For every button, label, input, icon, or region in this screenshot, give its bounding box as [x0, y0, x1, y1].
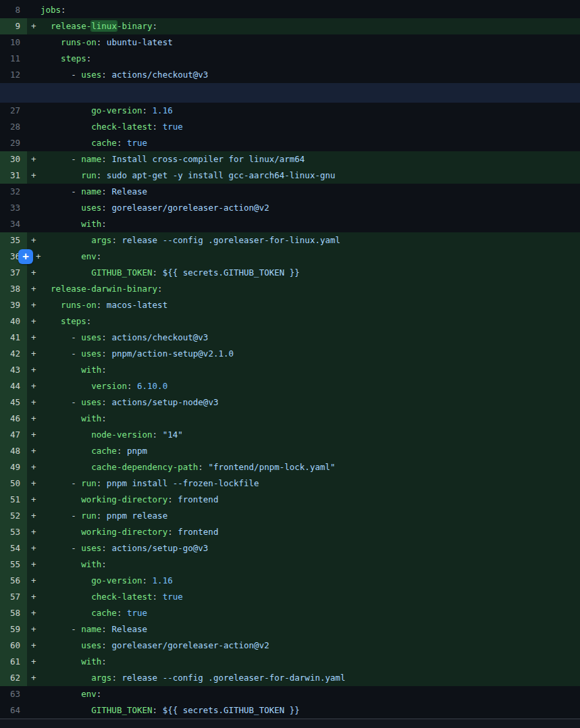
line-number[interactable]: 60	[0, 638, 27, 654]
code-line: jobs:	[41, 2, 580, 18]
diff-line: 50+ - run: pnpm install --frozen-lockfil…	[0, 475, 580, 492]
line-number[interactable]: 51	[0, 492, 27, 508]
diff-marker	[27, 184, 41, 200]
code-token	[41, 235, 91, 245]
line-number[interactable]: 63	[0, 686, 27, 702]
line-number[interactable]: 64	[0, 702, 27, 719]
code-token: :	[142, 105, 153, 115]
line-number[interactable]: 57	[0, 589, 27, 605]
diff-line: 60+ uses: goreleaser/goreleaser-action@v…	[0, 638, 580, 654]
diff-marker: +	[27, 18, 41, 34]
code-token: "frontend/pnpm-lock.yaml"	[208, 462, 335, 472]
line-number[interactable]: 44	[0, 378, 27, 394]
line-number[interactable]: 33	[0, 200, 27, 216]
line-number[interactable]: 54	[0, 540, 27, 556]
line-number[interactable]: 32	[0, 184, 27, 200]
line-number[interactable]: 11	[0, 51, 27, 67]
line-number[interactable]: 39	[0, 297, 27, 313]
diff-marker: +	[27, 508, 41, 524]
code-token	[41, 446, 91, 456]
diff-marker: +	[27, 265, 41, 281]
line-number[interactable]: 41	[0, 330, 27, 346]
code-token	[41, 705, 91, 715]
code-token: :	[153, 430, 163, 440]
code-token	[41, 673, 91, 683]
line-number[interactable]: 40	[0, 313, 27, 330]
code-token: :	[101, 559, 107, 569]
line-number[interactable]: 37	[0, 265, 27, 281]
code-token: release --config .goreleaser-for-darwin.…	[122, 673, 345, 683]
line-number[interactable]: 61	[0, 654, 27, 670]
code-token	[41, 592, 91, 602]
line-number[interactable]: 47	[0, 427, 27, 443]
code-token: :	[101, 365, 107, 375]
code-token: :	[97, 478, 107, 488]
diff-line: 49+ cache-dependency-path: "frontend/pnp…	[0, 459, 580, 475]
diff-line: 44+ version: 6.10.0	[0, 378, 580, 394]
diff-marker: +	[27, 638, 41, 654]
line-number[interactable]: 62	[0, 670, 27, 686]
code-line: cache: true	[41, 605, 580, 621]
line-number[interactable]: 38	[0, 281, 27, 297]
code-token: :	[101, 397, 111, 407]
diff-marker: +	[27, 621, 41, 638]
line-number[interactable]: 50	[0, 475, 27, 492]
line-number[interactable]: 27	[0, 103, 27, 119]
code-token: pnpm release	[107, 511, 167, 521]
line-number[interactable]: 49	[0, 459, 27, 475]
line-number[interactable]: 8	[0, 2, 27, 18]
add-line-comment-button[interactable]: +	[18, 249, 33, 264]
code-line: working-directory: frontend	[41, 492, 580, 508]
code-token: args	[91, 235, 111, 245]
code-token: :	[153, 122, 163, 132]
diff-marker	[27, 119, 41, 135]
code-token	[41, 53, 61, 63]
line-number[interactable]: 9	[0, 18, 27, 34]
line-number[interactable]: 46	[0, 411, 27, 427]
diff-marker: +	[27, 330, 41, 346]
line-number[interactable]: 59	[0, 621, 27, 638]
diff-marker: +	[27, 313, 41, 330]
code-token: :	[117, 608, 127, 618]
diff-marker	[27, 2, 41, 18]
line-number[interactable]: 35	[0, 232, 27, 249]
code-token	[41, 462, 91, 472]
code-token: actions/checkout@v3	[111, 332, 208, 342]
line-number[interactable]: 31	[0, 167, 27, 184]
code-token	[41, 21, 51, 31]
diff-marker: +	[27, 167, 41, 184]
diff-marker	[27, 103, 41, 119]
code-token: uses	[81, 543, 101, 553]
line-number[interactable]: 34	[0, 216, 27, 232]
line-number[interactable]: 56	[0, 573, 27, 589]
line-number[interactable]: 48	[0, 443, 27, 459]
diff-marker: +	[27, 443, 41, 459]
line-number[interactable]: 52	[0, 508, 27, 524]
line-number[interactable]: 53	[0, 524, 27, 540]
line-number[interactable]: 55	[0, 556, 27, 573]
line-number[interactable]: 45	[0, 394, 27, 411]
line-number[interactable]: 28	[0, 119, 27, 135]
line-number[interactable]: 30	[0, 151, 27, 167]
code-token: actions/setup-node@v3	[111, 397, 218, 407]
line-number[interactable]: 58	[0, 605, 27, 621]
line-number[interactable]: 29	[0, 135, 27, 151]
code-token: :	[153, 705, 163, 715]
diff-line: 28 check-latest: true	[0, 119, 580, 135]
code-token	[41, 413, 81, 423]
code-token: :	[101, 203, 111, 213]
diff-line: 38+ release-darwin-binary:	[0, 281, 580, 297]
diff-line: 36+ env:+	[0, 249, 580, 265]
line-number[interactable]: 10	[0, 34, 27, 51]
code-line: steps:	[41, 313, 580, 330]
diff-line: 52+ - run: pnpm release	[0, 508, 580, 524]
line-number[interactable]: 42	[0, 346, 27, 362]
line-number[interactable]: 43	[0, 362, 27, 378]
code-line: - run: pnpm release	[41, 508, 580, 524]
line-number[interactable]: 12	[0, 67, 27, 83]
code-token: 1.16	[153, 575, 173, 586]
expand-hidden-lines-row[interactable]	[0, 83, 580, 103]
code-token: -	[41, 332, 81, 342]
code-token: with	[81, 559, 101, 569]
code-line: GITHUB_TOKEN: ${{ secrets.GITHUB_TOKEN }…	[41, 265, 580, 281]
